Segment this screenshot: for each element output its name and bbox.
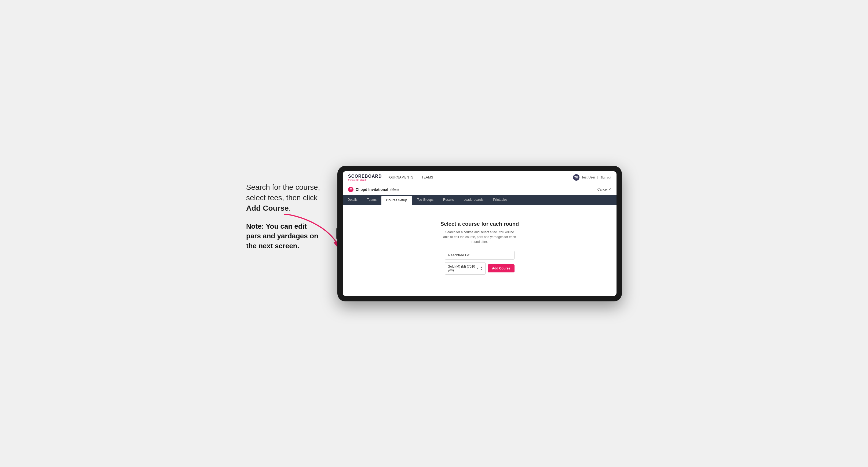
cancel-icon: ✕ xyxy=(609,188,611,191)
cancel-button[interactable]: Cancel ✕ xyxy=(597,188,611,191)
user-label: Test User xyxy=(582,176,595,179)
tee-select-icons: × ▲ ▼ xyxy=(476,266,483,271)
tab-tee-groups[interactable]: Tee Groups xyxy=(412,195,438,205)
header-separator: | xyxy=(597,176,598,179)
tab-course-setup[interactable]: Course Setup xyxy=(381,196,412,205)
logo-sub: Powered by clippd xyxy=(348,179,382,181)
tee-select-wrapper[interactable]: Gold (M) (M) (7010 yds) × ▲ ▼ xyxy=(445,262,486,275)
tee-clear-icon[interactable]: × xyxy=(476,267,478,270)
tournament-icon: C xyxy=(348,187,353,192)
sub-nav: Details Teams Course Setup Tee Groups Re… xyxy=(343,195,617,205)
annotation-panel: Search for the course, select tees, then… xyxy=(246,166,321,259)
app-header: SCOREBOARD Powered by clippd TOURNAMENTS… xyxy=(343,171,617,184)
nav-teams[interactable]: TEAMS xyxy=(422,176,433,179)
tab-teams[interactable]: Teams xyxy=(362,195,381,205)
logo-scoreboard: SCOREBOARD xyxy=(348,174,382,179)
section-title: Select a course for each round xyxy=(440,221,519,227)
annotation-bold: Add Course xyxy=(246,204,289,212)
tablet-device: SCOREBOARD Powered by clippd TOURNAMENTS… xyxy=(337,166,622,302)
nav-tournaments[interactable]: TOURNAMENTS xyxy=(387,176,413,179)
logo-area: SCOREBOARD Powered by clippd xyxy=(348,174,382,181)
annotation-line1: Search for the course, select tees, then… xyxy=(246,182,321,214)
main-content: Select a course for each round Search fo… xyxy=(343,205,617,296)
cancel-label: Cancel xyxy=(597,188,608,191)
tab-printables[interactable]: Printables xyxy=(488,195,512,205)
tournament-header: C Clippd Invitational (Men) Cancel ✕ xyxy=(343,184,617,195)
tournament-title: C Clippd Invitational (Men) xyxy=(348,187,399,192)
header-left: SCOREBOARD Powered by clippd TOURNAMENTS… xyxy=(348,174,433,181)
tab-results[interactable]: Results xyxy=(438,195,459,205)
header-right: TU Test User | Sign out xyxy=(573,174,611,181)
tab-leaderboards[interactable]: Leaderboards xyxy=(459,195,488,205)
tee-select-text: Gold (M) (M) (7010 yds) xyxy=(448,264,476,272)
tee-chevron-icon: ▲ ▼ xyxy=(480,266,483,271)
user-avatar: TU xyxy=(573,174,580,181)
course-search-input[interactable] xyxy=(445,251,515,259)
tournament-name: Clippd Invitational xyxy=(355,187,388,192)
tee-select-row: Gold (M) (M) (7010 yds) × ▲ ▼ Add Course xyxy=(445,262,515,275)
main-nav: TOURNAMENTS TEAMS xyxy=(387,176,433,179)
tablet-screen: SCOREBOARD Powered by clippd TOURNAMENTS… xyxy=(343,171,617,296)
annotation-note: Note: You can edit pars and yardages on … xyxy=(246,221,321,251)
tab-details[interactable]: Details xyxy=(343,195,362,205)
tablet-side-button xyxy=(336,228,337,239)
tournament-gender: (Men) xyxy=(390,188,399,191)
sign-out-link[interactable]: Sign out xyxy=(600,176,611,179)
add-course-button[interactable]: Add Course xyxy=(488,264,515,272)
section-subtitle: Search for a course and select a tee. Yo… xyxy=(442,230,517,244)
